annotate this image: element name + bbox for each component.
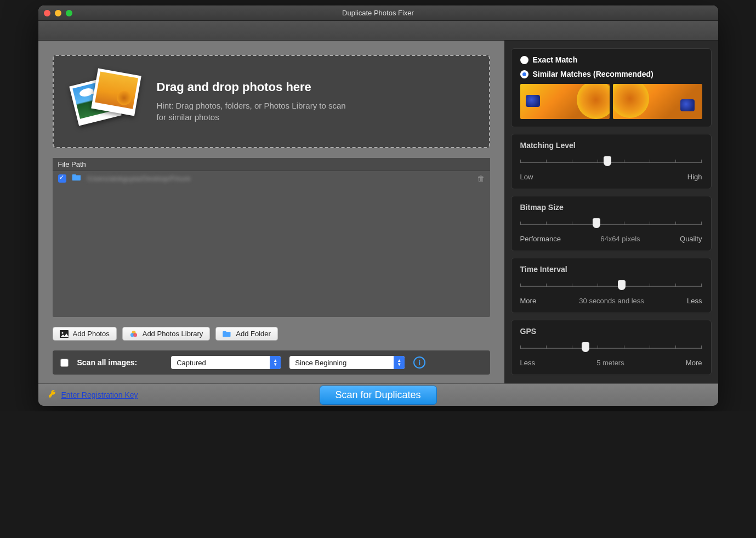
bitmap-size-slider[interactable]	[520, 219, 702, 229]
add-buttons-row: Add Photos Add Photos Library	[53, 327, 490, 341]
file-list-header: File Path	[53, 158, 490, 171]
main-panel: Drag and drop photos here Hint: Drag pho…	[38, 41, 504, 383]
similar-thumbnails	[520, 84, 702, 119]
photos-library-icon	[129, 330, 138, 338]
close-window-button[interactable]	[44, 10, 50, 16]
bitmap-size-title: Bitmap Size	[520, 203, 702, 212]
slider-center-label: 5 meters	[596, 359, 624, 367]
bitmap-size-panel: Bitmap Size Performance 64x64 pixels Qua…	[511, 196, 712, 251]
add-photos-button[interactable]: Add Photos	[53, 327, 117, 341]
slider-left-label: Performance	[520, 235, 561, 243]
matching-level-slider[interactable]	[520, 157, 702, 167]
gps-panel: GPS Less 5 meters More	[511, 320, 712, 375]
matching-level-panel: Matching Level Low High	[511, 134, 712, 189]
titlebar: Duplicate Photos Fixer	[38, 5, 718, 21]
minimize-window-button[interactable]	[55, 10, 61, 16]
sidebar: Exact Match Similar Matches (Recommended…	[504, 41, 718, 383]
slider-center-label: 64x64 pixels	[600, 235, 640, 243]
gps-slider[interactable]	[520, 343, 702, 353]
drop-heading: Drag and drop photos here	[157, 80, 354, 94]
photos-icon	[70, 69, 141, 134]
zoom-window-button[interactable]	[66, 10, 72, 16]
thumbnail-image	[520, 84, 610, 119]
toolbar	[38, 21, 718, 41]
chevron-updown-icon: ▲▼	[270, 356, 281, 369]
svg-point-1	[61, 332, 63, 333]
trash-icon[interactable]: 🗑	[477, 174, 485, 183]
add-photos-library-button[interactable]: Add Photos Library	[122, 327, 211, 341]
info-icon[interactable]: i	[413, 356, 425, 369]
slider-left-label: More	[520, 297, 537, 305]
radio-icon	[520, 56, 528, 64]
scan-for-duplicates-button[interactable]: Scan for Duplicates	[319, 386, 436, 405]
slider-center-label: 30 seconds and less	[579, 297, 644, 305]
file-row[interactable]: /Users/alokgupta/Desktop/Finure 🗑	[53, 171, 490, 185]
gps-title: GPS	[520, 327, 702, 336]
folder-icon	[223, 330, 231, 338]
captured-select[interactable]: Captured ▲▼	[171, 356, 281, 369]
slider-high-label: High	[687, 173, 702, 181]
thumbnail-image	[613, 84, 702, 119]
slider-left-label: Less	[520, 359, 535, 367]
window-title: Duplicate Photos Fixer	[38, 9, 718, 17]
key-icon	[48, 389, 57, 400]
app-window: Duplicate Photos Fixer Drag and drop pho…	[38, 5, 718, 406]
scan-all-checkbox[interactable]	[60, 359, 69, 367]
drop-hint: Hint: Drag photos, folders, or Photos Li…	[157, 100, 354, 123]
file-row-checkbox[interactable]	[58, 174, 66, 183]
time-interval-title: Time Interval	[520, 265, 702, 274]
time-interval-slider[interactable]	[520, 281, 702, 291]
content: Drag and drop photos here Hint: Drag pho…	[38, 41, 718, 383]
captured-select-value: Captured	[171, 359, 270, 367]
chevron-updown-icon: ▲▼	[394, 356, 405, 369]
similar-matches-label: Similar Matches (Recommended)	[533, 70, 653, 78]
slider-right-label: Less	[687, 297, 702, 305]
enter-registration-link[interactable]: Enter Registration Key	[61, 390, 138, 399]
matching-level-title: Matching Level	[520, 141, 702, 150]
slider-right-label: More	[686, 359, 702, 367]
since-select-value: Since Beginning	[289, 359, 394, 367]
add-photos-library-label: Add Photos Library	[143, 330, 203, 338]
file-list: File Path /Users/alokgupta/Desktop/Finur…	[53, 158, 490, 317]
since-select[interactable]: Since Beginning ▲▼	[289, 356, 405, 369]
scan-options-row: Scan all images: Captured ▲▼ Since Begin…	[53, 350, 490, 375]
svg-point-4	[133, 333, 137, 337]
similar-matches-radio[interactable]: Similar Matches (Recommended)	[520, 70, 702, 78]
exact-match-radio[interactable]: Exact Match	[520, 55, 702, 64]
drop-zone[interactable]: Drag and drop photos here Hint: Drag pho…	[53, 55, 490, 148]
folder-icon	[72, 173, 82, 183]
exact-match-label: Exact Match	[533, 55, 578, 64]
image-icon	[60, 330, 69, 338]
footer: Enter Registration Key Scan for Duplicat…	[38, 383, 718, 406]
drop-text: Drag and drop photos here Hint: Drag pho…	[157, 80, 354, 123]
add-folder-label: Add Folder	[236, 330, 271, 338]
file-path: /Users/alokgupta/Desktop/Finure	[87, 174, 471, 183]
time-interval-panel: Time Interval More 30 seconds and less L…	[511, 258, 712, 313]
radio-icon	[520, 70, 528, 78]
add-folder-button[interactable]: Add Folder	[215, 327, 278, 341]
slider-right-label: Quailty	[680, 235, 702, 243]
scan-all-label: Scan all images:	[77, 358, 138, 367]
match-mode-panel: Exact Match Similar Matches (Recommended…	[511, 48, 712, 127]
slider-low-label: Low	[520, 173, 533, 181]
traffic-lights	[44, 10, 72, 16]
add-photos-label: Add Photos	[73, 330, 110, 338]
